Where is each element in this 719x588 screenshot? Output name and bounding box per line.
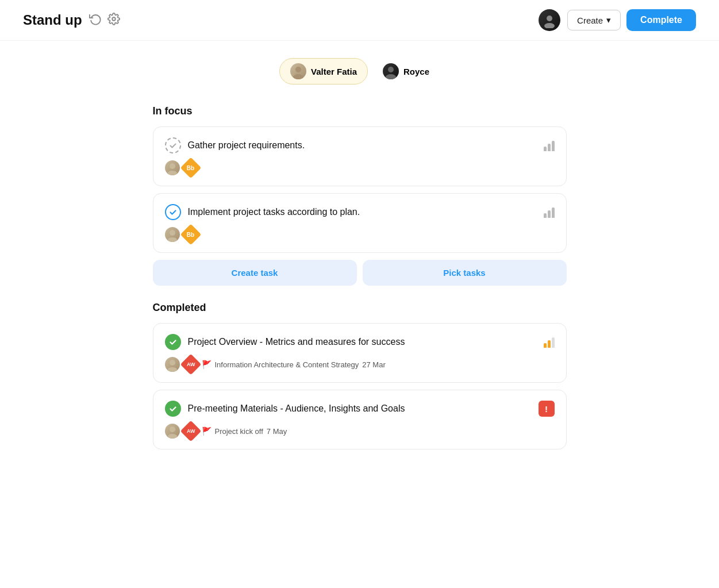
flag-icon-1: 🚩 bbox=[202, 360, 212, 369]
tab-royce[interactable]: Royce bbox=[372, 58, 440, 84]
svg-point-3 bbox=[295, 67, 301, 72]
c2-project: Project kick off bbox=[215, 427, 263, 436]
task-card-1: Gather project requirements. bbox=[153, 126, 567, 186]
history-icon[interactable] bbox=[89, 13, 102, 28]
completed-task-left-1: Project Overview - Metrics and measures … bbox=[165, 334, 405, 350]
svg-point-9 bbox=[170, 230, 175, 236]
completed-check-2[interactable] bbox=[165, 401, 181, 417]
task-meta-2: Bb bbox=[165, 227, 555, 242]
chevron-down-icon: ▾ bbox=[606, 15, 611, 25]
svg-point-1 bbox=[547, 16, 552, 21]
task-top-2: Implement project tasks according to pla… bbox=[165, 204, 555, 220]
completed-task-title-2: Pre-meeting Materials - Audience, Insigh… bbox=[188, 403, 405, 414]
diamond-red-label-2: AW bbox=[186, 428, 195, 434]
task-meta-1: Bb bbox=[165, 160, 555, 175]
c2-user-avatar bbox=[165, 424, 180, 439]
completed-task-top-2: Pre-meeting Materials - Audience, Insigh… bbox=[165, 401, 555, 417]
completed-title: Completed bbox=[153, 302, 567, 314]
diamond-red-badge-2: AW bbox=[180, 421, 201, 442]
in-focus-section: In focus Gather project requirements. bbox=[153, 105, 567, 286]
c1-project: Information Architecture & Content Strat… bbox=[215, 360, 359, 369]
task-left-1: Gather project requirements. bbox=[165, 137, 305, 153]
svg-point-8 bbox=[168, 171, 177, 175]
settings-icon[interactable] bbox=[107, 13, 120, 28]
svg-point-0 bbox=[112, 17, 116, 21]
diamond-label-1: Bb bbox=[187, 165, 194, 171]
create-task-button[interactable]: Create task bbox=[153, 260, 357, 286]
task2-badge: Bb bbox=[183, 227, 198, 242]
c2-date: 7 May bbox=[267, 427, 287, 436]
user-tabs: Valter Fatia Royce bbox=[153, 58, 567, 84]
create-button[interactable]: Create ▾ bbox=[567, 10, 621, 30]
completed-task-top-1: Project Overview - Metrics and measures … bbox=[165, 334, 555, 350]
svg-point-6 bbox=[386, 74, 396, 79]
diamond-badge-2: Bb bbox=[180, 224, 201, 245]
completed-task-meta-2: AW 🚩 Project kick off 7 May bbox=[165, 424, 555, 439]
c1-badge: AW bbox=[183, 357, 198, 372]
pick-tasks-button[interactable]: Pick tasks bbox=[363, 260, 567, 286]
diamond-red-label-1: AW bbox=[186, 362, 195, 367]
svg-point-13 bbox=[170, 426, 175, 432]
valter-name: Valter Fatia bbox=[311, 67, 357, 76]
completed-task-title-1: Project Overview - Metrics and measures … bbox=[188, 337, 405, 347]
completed-task-card-2: Pre-meeting Materials - Audience, Insigh… bbox=[153, 390, 567, 449]
page-title: Stand up bbox=[23, 12, 82, 28]
royce-name: Royce bbox=[403, 67, 429, 76]
completed-task-left-2: Pre-meeting Materials - Audience, Insigh… bbox=[165, 401, 405, 417]
warning-icon-2: ! bbox=[539, 401, 555, 417]
main-content: Valter Fatia Royce In focus bbox=[141, 41, 578, 474]
completed-task-meta-1: AW 🚩 Information Architecture & Content … bbox=[165, 357, 555, 372]
valter-avatar bbox=[290, 63, 306, 79]
svg-point-14 bbox=[168, 434, 177, 439]
task-check-dashed-1[interactable] bbox=[165, 137, 181, 153]
task1-user-avatar bbox=[165, 160, 180, 175]
diamond-label-2: Bb bbox=[187, 232, 194, 238]
completed-section: Completed Project Overview - Metrics and… bbox=[153, 302, 567, 449]
diamond-badge-1: Bb bbox=[180, 157, 201, 179]
c2-badge: AW bbox=[183, 424, 198, 439]
complete-button[interactable]: Complete bbox=[626, 9, 696, 31]
tab-valter[interactable]: Valter Fatia bbox=[279, 58, 368, 84]
flag-icon-2: 🚩 bbox=[202, 426, 212, 436]
user-avatar[interactable] bbox=[539, 9, 560, 31]
task-left-2: Implement project tasks according to pla… bbox=[165, 204, 360, 220]
c1-user-avatar bbox=[165, 357, 180, 372]
royce-avatar bbox=[383, 63, 399, 79]
task-card-2: Implement project tasks according to pla… bbox=[153, 193, 567, 253]
completed-check-1[interactable] bbox=[165, 334, 181, 350]
svg-point-12 bbox=[168, 367, 177, 372]
svg-point-2 bbox=[544, 23, 555, 28]
svg-point-5 bbox=[388, 67, 394, 72]
task-check-blue-2[interactable] bbox=[165, 204, 181, 220]
svg-point-10 bbox=[168, 237, 177, 242]
action-buttons: Create task Pick tasks bbox=[153, 260, 567, 286]
task-top-1: Gather project requirements. bbox=[165, 137, 555, 153]
task-title-2: Implement project tasks according to pla… bbox=[188, 207, 360, 217]
task-title-1: Gather project requirements. bbox=[188, 140, 305, 151]
c1-date: 27 Mar bbox=[362, 360, 385, 369]
svg-point-4 bbox=[293, 74, 303, 79]
task2-user-avatar bbox=[165, 227, 180, 242]
bar-chart-icon-2 bbox=[544, 206, 555, 218]
header: Stand up Create ▾ Complete bbox=[0, 0, 719, 41]
bar-chart-icon-1 bbox=[544, 140, 555, 151]
bar-chart-icon-3 bbox=[544, 336, 555, 348]
diamond-red-badge-1: AW bbox=[180, 354, 201, 375]
completed-task-card-1: Project Overview - Metrics and measures … bbox=[153, 323, 567, 383]
task1-badge: Bb bbox=[183, 160, 198, 175]
svg-point-11 bbox=[170, 360, 175, 366]
in-focus-title: In focus bbox=[153, 105, 567, 117]
svg-point-7 bbox=[170, 163, 175, 169]
